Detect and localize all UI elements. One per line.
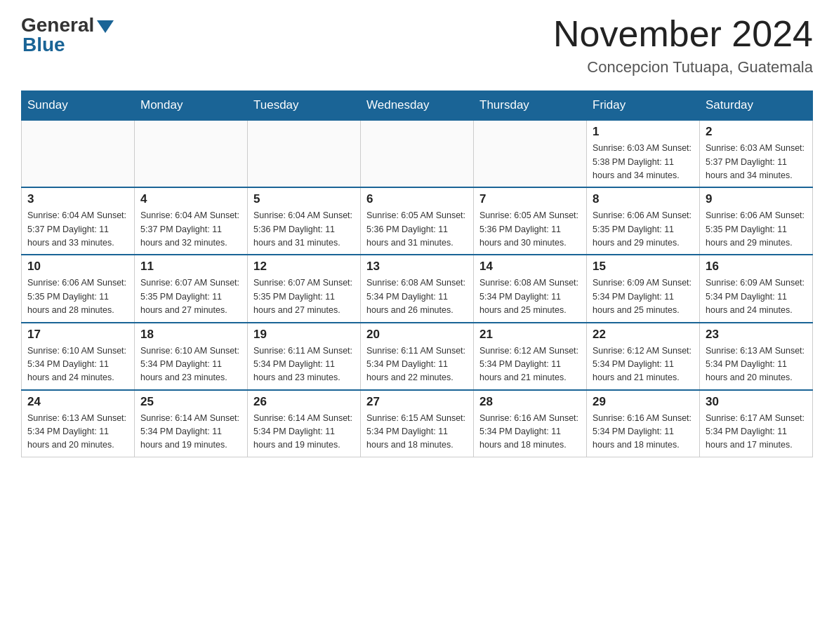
calendar-cell: 30Sunrise: 6:17 AM Sunset: 5:34 PM Dayli… [700, 390, 813, 457]
day-info: Sunrise: 6:10 AM Sunset: 5:34 PM Dayligh… [27, 344, 128, 385]
day-number: 10 [27, 260, 128, 274]
calendar-cell: 21Sunrise: 6:12 AM Sunset: 5:34 PM Dayli… [474, 323, 587, 390]
day-info: Sunrise: 6:11 AM Sunset: 5:34 PM Dayligh… [253, 344, 355, 385]
day-info: Sunrise: 6:17 AM Sunset: 5:34 PM Dayligh… [706, 412, 807, 452]
day-number: 17 [27, 328, 128, 342]
day-info: Sunrise: 6:08 AM Sunset: 5:34 PM Dayligh… [479, 276, 581, 317]
day-number: 7 [479, 192, 581, 206]
day-info: Sunrise: 6:08 AM Sunset: 5:34 PM Dayligh… [366, 276, 468, 317]
day-info: Sunrise: 6:04 AM Sunset: 5:36 PM Dayligh… [253, 209, 355, 250]
day-number: 19 [253, 328, 355, 342]
day-info: Sunrise: 6:14 AM Sunset: 5:34 PM Dayligh… [253, 412, 355, 452]
calendar-cell [135, 120, 248, 187]
day-number: 4 [140, 192, 241, 206]
day-info: Sunrise: 6:04 AM Sunset: 5:37 PM Dayligh… [27, 209, 128, 250]
calendar-table: SundayMondayTuesdayWednesdayThursdayFrid… [21, 90, 813, 457]
calendar-cell: 7Sunrise: 6:05 AM Sunset: 5:36 PM Daylig… [474, 187, 587, 255]
calendar-cell [248, 120, 361, 187]
calendar-cell: 11Sunrise: 6:07 AM Sunset: 5:35 PM Dayli… [135, 255, 248, 322]
calendar-cell: 6Sunrise: 6:05 AM Sunset: 5:36 PM Daylig… [361, 187, 474, 255]
day-number: 30 [706, 395, 807, 409]
calendar-cell: 26Sunrise: 6:14 AM Sunset: 5:34 PM Dayli… [248, 390, 361, 457]
day-info: Sunrise: 6:07 AM Sunset: 5:35 PM Dayligh… [140, 276, 241, 317]
calendar-cell [361, 120, 474, 187]
calendar-cell [474, 120, 587, 187]
calendar-cell: 22Sunrise: 6:12 AM Sunset: 5:34 PM Dayli… [587, 323, 700, 390]
calendar-cell: 20Sunrise: 6:11 AM Sunset: 5:34 PM Dayli… [361, 323, 474, 390]
day-info: Sunrise: 6:13 AM Sunset: 5:34 PM Dayligh… [706, 344, 807, 385]
day-number: 2 [706, 125, 807, 139]
day-number: 20 [366, 328, 468, 342]
weekday-header-friday: Friday [587, 91, 700, 121]
calendar-cell: 27Sunrise: 6:15 AM Sunset: 5:34 PM Dayli… [361, 390, 474, 457]
day-info: Sunrise: 6:10 AM Sunset: 5:34 PM Dayligh… [140, 344, 241, 385]
day-number: 3 [27, 192, 128, 206]
weekday-header-saturday: Saturday [700, 91, 813, 121]
day-number: 18 [140, 328, 241, 342]
day-info: Sunrise: 6:04 AM Sunset: 5:37 PM Dayligh… [140, 209, 241, 250]
day-info: Sunrise: 6:15 AM Sunset: 5:34 PM Dayligh… [366, 412, 468, 452]
day-number: 25 [140, 395, 241, 409]
week-row-4: 17Sunrise: 6:10 AM Sunset: 5:34 PM Dayli… [22, 323, 813, 390]
day-info: Sunrise: 6:05 AM Sunset: 5:36 PM Dayligh… [479, 209, 581, 250]
day-info: Sunrise: 6:14 AM Sunset: 5:34 PM Dayligh… [140, 412, 241, 452]
day-number: 29 [593, 395, 694, 409]
calendar-cell: 2Sunrise: 6:03 AM Sunset: 5:37 PM Daylig… [700, 120, 813, 187]
week-row-2: 3Sunrise: 6:04 AM Sunset: 5:37 PM Daylig… [22, 187, 813, 255]
day-number: 9 [706, 192, 807, 206]
day-number: 28 [479, 395, 581, 409]
calendar-cell: 10Sunrise: 6:06 AM Sunset: 5:35 PM Dayli… [22, 255, 135, 322]
day-info: Sunrise: 6:07 AM Sunset: 5:35 PM Dayligh… [253, 276, 355, 317]
day-number: 23 [706, 328, 807, 342]
day-info: Sunrise: 6:12 AM Sunset: 5:34 PM Dayligh… [593, 344, 694, 385]
calendar-cell: 24Sunrise: 6:13 AM Sunset: 5:34 PM Dayli… [22, 390, 135, 457]
day-number: 16 [706, 260, 807, 274]
day-number: 6 [366, 192, 468, 206]
page-header: General Blue November 2024 Concepcion Tu… [21, 14, 813, 76]
day-info: Sunrise: 6:03 AM Sunset: 5:38 PM Dayligh… [593, 142, 694, 182]
calendar-cell: 23Sunrise: 6:13 AM Sunset: 5:34 PM Dayli… [700, 323, 813, 390]
calendar-cell: 5Sunrise: 6:04 AM Sunset: 5:36 PM Daylig… [248, 187, 361, 255]
calendar-cell: 1Sunrise: 6:03 AM Sunset: 5:38 PM Daylig… [587, 120, 700, 187]
weekday-header-sunday: Sunday [22, 91, 135, 121]
day-number: 14 [479, 260, 581, 274]
logo-triangle-icon [97, 20, 114, 33]
day-info: Sunrise: 6:09 AM Sunset: 5:34 PM Dayligh… [706, 276, 807, 317]
day-number: 27 [366, 395, 468, 409]
day-info: Sunrise: 6:13 AM Sunset: 5:34 PM Dayligh… [27, 412, 128, 452]
calendar-cell: 29Sunrise: 6:16 AM Sunset: 5:34 PM Dayli… [587, 390, 700, 457]
day-info: Sunrise: 6:05 AM Sunset: 5:36 PM Dayligh… [366, 209, 468, 250]
day-number: 15 [593, 260, 694, 274]
day-info: Sunrise: 6:11 AM Sunset: 5:34 PM Dayligh… [366, 344, 468, 385]
calendar-cell: 28Sunrise: 6:16 AM Sunset: 5:34 PM Dayli… [474, 390, 587, 457]
calendar-cell: 14Sunrise: 6:08 AM Sunset: 5:34 PM Dayli… [474, 255, 587, 322]
calendar-cell: 8Sunrise: 6:06 AM Sunset: 5:35 PM Daylig… [587, 187, 700, 255]
day-info: Sunrise: 6:09 AM Sunset: 5:34 PM Dayligh… [593, 276, 694, 317]
day-info: Sunrise: 6:16 AM Sunset: 5:34 PM Dayligh… [479, 412, 581, 452]
calendar-cell: 15Sunrise: 6:09 AM Sunset: 5:34 PM Dayli… [587, 255, 700, 322]
day-info: Sunrise: 6:03 AM Sunset: 5:37 PM Dayligh… [706, 142, 807, 182]
day-number: 26 [253, 395, 355, 409]
location-title: Concepcion Tutuapa, Guatemala [553, 58, 813, 76]
day-number: 12 [253, 260, 355, 274]
day-number: 22 [593, 328, 694, 342]
day-info: Sunrise: 6:06 AM Sunset: 5:35 PM Dayligh… [706, 209, 807, 250]
weekday-header-tuesday: Tuesday [248, 91, 361, 121]
day-number: 11 [140, 260, 241, 274]
weekday-header-thursday: Thursday [474, 91, 587, 121]
day-number: 5 [253, 192, 355, 206]
weekday-header-monday: Monday [135, 91, 248, 121]
weekday-header-row: SundayMondayTuesdayWednesdayThursdayFrid… [22, 91, 813, 121]
calendar-cell: 18Sunrise: 6:10 AM Sunset: 5:34 PM Dayli… [135, 323, 248, 390]
calendar-cell: 9Sunrise: 6:06 AM Sunset: 5:35 PM Daylig… [700, 187, 813, 255]
day-info: Sunrise: 6:16 AM Sunset: 5:34 PM Dayligh… [593, 412, 694, 452]
calendar-cell: 16Sunrise: 6:09 AM Sunset: 5:34 PM Dayli… [700, 255, 813, 322]
title-area: November 2024 Concepcion Tutuapa, Guatem… [553, 14, 813, 76]
calendar-cell: 13Sunrise: 6:08 AM Sunset: 5:34 PM Dayli… [361, 255, 474, 322]
calendar-cell: 3Sunrise: 6:04 AM Sunset: 5:37 PM Daylig… [22, 187, 135, 255]
calendar-cell: 4Sunrise: 6:04 AM Sunset: 5:37 PM Daylig… [135, 187, 248, 255]
calendar-cell: 25Sunrise: 6:14 AM Sunset: 5:34 PM Dayli… [135, 390, 248, 457]
calendar-cell [22, 120, 135, 187]
logo: General Blue [21, 14, 114, 56]
day-number: 13 [366, 260, 468, 274]
